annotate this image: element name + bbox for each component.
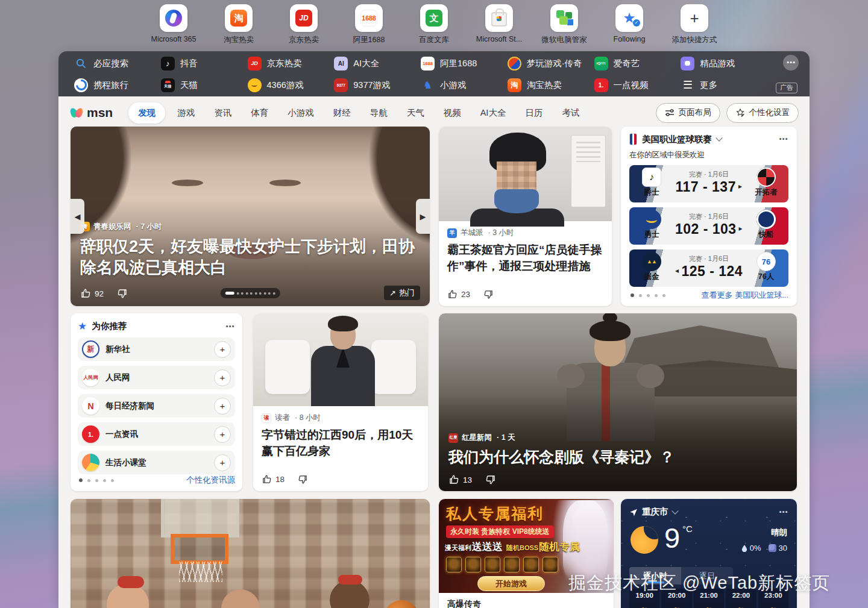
source-item-nbd[interactable]: N 每日经济新闻: [78, 394, 235, 418]
source-name: 生活小课堂: [105, 457, 146, 468]
dislike-button[interactable]: [117, 288, 128, 299]
nba-pagination-dots[interactable]: [631, 293, 665, 297]
like-button[interactable]: 23: [447, 289, 470, 299]
news-card-drama[interactable]: 红星 红星新闻 · 1 天 我们为什么怀念剧版《寻秦记》？ 13: [439, 313, 797, 491]
nba-see-more-link[interactable]: 查看更多 美国职业篮球...: [702, 290, 788, 301]
source-name: 红星新闻: [462, 433, 492, 443]
quicklink-ctrip[interactable]: 携程旅行: [74, 78, 161, 92]
shortcut-baidu-wenku[interactable]: 文 百度文库: [412, 4, 456, 45]
news-card-reader[interactable]: 读 读者 · 8 小时 字节错过的江西90后，用10天赢下百亿身家 18: [253, 313, 428, 491]
shortcut-label: 微软电脑管家: [542, 35, 587, 45]
personalize-button[interactable]: 个性化设置: [726, 103, 799, 123]
quicklink-more[interactable]: 更多: [681, 78, 767, 92]
tab-video[interactable]: 视频: [436, 103, 468, 123]
tab-ai[interactable]: AI大全: [473, 103, 514, 123]
game-score: 125 - 124: [681, 263, 743, 279]
xinhua-logo-icon: 新: [82, 340, 99, 358]
quicklink-douyin[interactable]: 抖音: [161, 57, 248, 71]
nba-game-row[interactable]: 勇士 完赛 · 1月6日 102 - 103▸ 快船: [629, 207, 788, 245]
tab-calendar[interactable]: 日历: [518, 103, 550, 123]
nba-menu-button[interactable]: [779, 134, 788, 145]
news-card-tea[interactable]: 羊 羊城派 · 3 小时 霸王茶姬官方回应“店员徒手操作”事件，通报三项处理措施…: [439, 127, 612, 306]
hero-news-card[interactable]: ◀ ▶ 青 青春娱乐网 · 7 小时 辞职仅2天，好友曝最快女护士下步计划，田协…: [71, 127, 430, 306]
personalize-sources-link[interactable]: 个性化资讯源: [186, 475, 235, 486]
source-logo-icon: 红星: [448, 433, 458, 443]
nba-game-row[interactable]: ♪爵士 完赛 · 1月6日 117 - 137▸ 开拓者: [629, 165, 788, 202]
quicklink-premium-games[interactable]: 精品游戏: [681, 57, 767, 71]
nba-game-row[interactable]: ▲▲掘金 完赛 · 1月6日 ◂125 - 124 7676人: [629, 249, 788, 287]
quicklink-ai-collection[interactable]: AI AI大全: [334, 57, 421, 71]
tab-games[interactable]: 游戏: [170, 103, 202, 123]
game-score: 117 - 137: [676, 179, 736, 195]
source-item-xinhua[interactable]: 新 新华社: [78, 337, 235, 361]
timestamp: · 8 小时: [295, 413, 321, 423]
follow-add-button[interactable]: [214, 398, 231, 415]
quicklink-4366-games[interactable]: 4366游戏: [248, 78, 335, 92]
shortcut-jd-hot[interactable]: JD 京东热卖: [281, 4, 326, 45]
recommend-pagination-dots[interactable]: [79, 478, 114, 482]
game-status: 完赛 · 1月6日: [669, 254, 749, 263]
quicklink-yidian-video[interactable]: 1. 一点视频: [594, 78, 681, 92]
team-name: 爵士: [634, 187, 669, 198]
winner-arrow-icon: ▸: [738, 183, 743, 191]
tab-finance[interactable]: 财经: [326, 103, 358, 123]
dislike-button[interactable]: [483, 289, 494, 299]
carousel-next-button[interactable]: ▶: [416, 199, 430, 234]
tab-weather[interactable]: 天气: [400, 103, 432, 123]
tab-navigation[interactable]: 导航: [363, 103, 395, 123]
quicklink-jd-hot[interactable]: JD 京东热卖: [248, 57, 335, 71]
dislike-button[interactable]: [298, 474, 308, 484]
page-layout-button[interactable]: 页面布局: [656, 103, 720, 123]
carousel-dots[interactable]: [221, 288, 280, 298]
quicklink-tmall[interactable]: 天猫 天猫: [161, 78, 248, 92]
follow-add-button[interactable]: [214, 369, 231, 386]
news-photo: [439, 127, 612, 221]
weather-city: 重庆市: [642, 506, 668, 518]
source-item-yidian[interactable]: 1. 一点资讯: [78, 422, 235, 446]
quicklink-9377-games[interactable]: 9377 9377游戏: [334, 78, 421, 92]
quickbar-more-button[interactable]: [783, 55, 799, 71]
follow-add-button[interactable]: [214, 426, 231, 443]
shortcut-microsoft-365[interactable]: Microsoft 365: [151, 4, 196, 45]
quicklink-taobao-hot[interactable]: 淘 淘宝热卖: [508, 78, 594, 92]
quicklink-iqiyi[interactable]: iQIYI 爱奇艺: [594, 57, 681, 71]
shortcut-add[interactable]: 添加快捷方式: [672, 4, 717, 45]
follow-add-button[interactable]: [214, 341, 231, 358]
dislike-button[interactable]: [485, 474, 496, 485]
chevron-down-icon[interactable]: [671, 507, 678, 514]
tab-minigames[interactable]: 小游戏: [280, 103, 321, 123]
quicklink-mini-games[interactable]: 小游戏: [421, 78, 508, 92]
tab-exam[interactable]: 考试: [555, 103, 587, 123]
gamepad-icon: [681, 57, 694, 71]
winner-arrow-icon: ▸: [739, 225, 743, 233]
quicklink-ali1688[interactable]: 1688 阿里1688: [421, 57, 508, 71]
weather-menu-button[interactable]: [779, 507, 788, 518]
start-game-button[interactable]: 开始游戏: [477, 576, 545, 591]
shortcut-following[interactable]: Following: [607, 4, 652, 45]
shortcut-microsoft-store[interactable]: Microsoft St...: [477, 4, 521, 45]
source-item-people[interactable]: 人民网 人民网: [78, 366, 235, 389]
shortcut-ali1688[interactable]: 1688 阿里1688: [347, 4, 391, 45]
shortcut-pc-manager[interactable]: 微软电脑管家: [542, 4, 587, 45]
tab-news[interactable]: 资讯: [207, 103, 239, 123]
source-name: 每日经济新闻: [105, 401, 154, 412]
news-card-basketball[interactable]: 中 中原网 · 3 小时: [71, 499, 430, 608]
shortcut-taobao-hot[interactable]: 淘 淘宝热卖: [216, 4, 261, 45]
star-pen-icon: [735, 108, 745, 118]
like-button[interactable]: 13: [448, 474, 472, 485]
shortcut-bar: Microsoft 365 淘 淘宝热卖 JD 京东热卖 1688 阿里1688…: [0, 4, 868, 45]
tab-discover[interactable]: 发现: [128, 102, 165, 124]
recommend-menu-button[interactable]: [225, 321, 235, 332]
source-item-life-class[interactable]: 生活小课堂: [78, 451, 235, 474]
msn-logo[interactable]: msn: [71, 105, 113, 120]
follow-add-button[interactable]: [214, 454, 231, 471]
quicklink-bing-search[interactable]: 必应搜索: [74, 57, 161, 71]
quick-links-bar: 必应搜索 抖音 JD 京东热卖 AI AI大全 1688 阿里1688 梦玩游戏…: [58, 51, 810, 96]
tab-sports[interactable]: 体育: [244, 103, 275, 123]
carousel-prev-button[interactable]: ◀: [71, 199, 84, 234]
like-button[interactable]: 92: [80, 288, 104, 299]
like-button[interactable]: 18: [262, 474, 285, 484]
taobao-icon: 淘: [230, 10, 247, 27]
chevron-down-icon[interactable]: [715, 134, 722, 141]
quicklink-mengwan-game[interactable]: 梦玩游戏·传奇: [508, 57, 594, 71]
